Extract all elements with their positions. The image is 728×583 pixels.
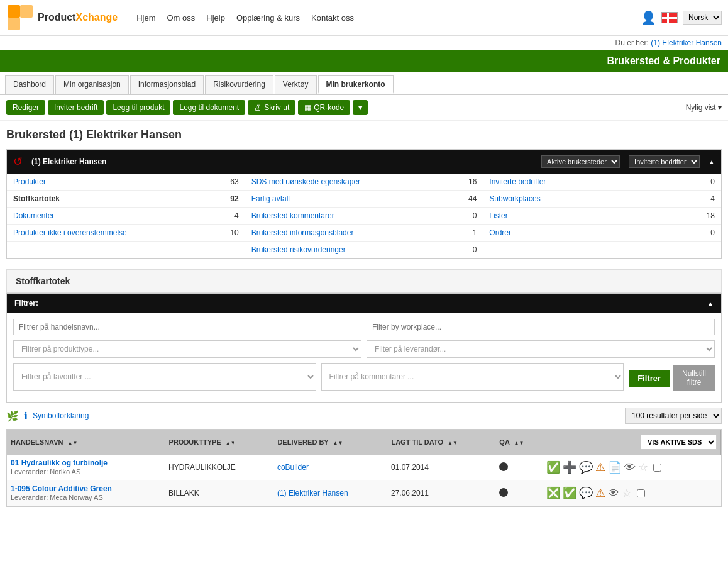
sort-dato[interactable]: ▲▼ xyxy=(448,441,458,446)
sort-produkttype[interactable]: ▲▼ xyxy=(226,441,236,446)
nav-opplaering[interactable]: Opplæring & kurs xyxy=(236,13,300,23)
symbolforklaring-link[interactable]: Symbolforklaring xyxy=(33,411,89,420)
refresh-icon[interactable]: ↺ xyxy=(13,155,23,169)
add-product-button[interactable]: Legg til produkt xyxy=(106,100,170,115)
comments-filter[interactable]: Filtrer på kommentarer ... xyxy=(321,363,624,391)
filter-button[interactable]: Filtrer xyxy=(629,370,670,387)
sds-warning2-icon[interactable]: ⚠ xyxy=(595,486,605,500)
infoblader-link[interactable]: Brukersted informasjonsblader xyxy=(251,228,354,237)
tab-risikovurdering[interactable]: Risikovurdering xyxy=(205,75,273,94)
recently-viewed[interactable]: Nylig vist ▾ xyxy=(686,103,722,112)
invite-button[interactable]: Inviter bedrift xyxy=(48,100,104,115)
product-link-2[interactable]: 1-095 Colour Additive Green xyxy=(11,484,112,493)
inviterte-link[interactable]: Inviterte bedrifter xyxy=(489,177,546,186)
cell-produkttype-1: HYDRAULIKKOLJE xyxy=(165,455,273,480)
info-icon: ℹ xyxy=(24,410,28,422)
location-label: Du er her: xyxy=(615,38,649,47)
tab-min-organisasjon[interactable]: Min organisasjon xyxy=(55,75,129,94)
invited-companies-select[interactable]: Inviterte bedrifter xyxy=(629,155,700,168)
tab-verktoy[interactable]: Verktøy xyxy=(275,75,317,94)
green-title-bar: Brukersted & Produkter xyxy=(0,50,728,72)
trade-name-filter[interactable] xyxy=(13,319,361,335)
active-workplaces-select[interactable]: Aktive brukersteder xyxy=(541,155,620,168)
row-checkbox-2[interactable] xyxy=(637,489,645,497)
location-link[interactable]: (1) Elektriker Hansen xyxy=(651,38,722,47)
sds-add-icon[interactable]: ➕ xyxy=(563,460,576,474)
tab-informasjonsblad[interactable]: Informasjonsblad xyxy=(130,75,204,94)
sds-check2-icon[interactable]: ✅ xyxy=(563,486,576,500)
sds-comment-icon[interactable]: 💬 xyxy=(579,460,593,474)
stats-header: ↺ (1) Elektriker Hansen Aktive brukerste… xyxy=(7,150,721,174)
star-icon[interactable]: ☆ xyxy=(638,460,648,474)
sort-delivered-by[interactable]: ▲▼ xyxy=(333,441,343,446)
nav-kontakt[interactable]: Kontakt oss xyxy=(311,13,354,23)
produkter-link[interactable]: Produkter xyxy=(13,177,46,186)
user-icon: 👤 xyxy=(641,10,656,25)
tab-dashbord[interactable]: Dashbord xyxy=(5,75,54,94)
sort-qa[interactable]: ▲▼ xyxy=(514,441,524,446)
product-link-1[interactable]: 01 Hydraulikk og turbinolje xyxy=(11,458,108,467)
filter-header-label: Filtrer: xyxy=(14,299,38,308)
farlig-link[interactable]: Farlig avfall xyxy=(251,194,290,203)
tab-min-brukerkonto[interactable]: Min brukerkonto xyxy=(318,75,394,94)
stats-cell-ikke-overenstemmelse: Produkter ikke i overenstemmelse 10 xyxy=(7,225,245,242)
edit-button[interactable]: Rediger xyxy=(6,100,45,115)
kommentarer-link[interactable]: Brukersted kommentarer xyxy=(251,211,334,220)
stats-collapse-icon[interactable] xyxy=(709,157,715,166)
sds-check-icon[interactable]: ✅ xyxy=(546,460,560,474)
workplace-filter[interactable] xyxy=(367,319,715,335)
dokumenter-link[interactable]: Dokumenter xyxy=(13,211,54,220)
delivered-link-1[interactable]: coBuilder xyxy=(277,463,309,472)
product-table-container: HANDELSNAVN ▲▼ PRODUKTTYPE ▲▼ DELIVERED … xyxy=(6,429,722,507)
favorites-filter[interactable]: Filtrer på favoritter ... xyxy=(13,363,316,391)
cell-delivered-1: coBuilder xyxy=(273,455,387,480)
language-select[interactable]: Norsk xyxy=(683,11,722,25)
print-button[interactable]: 🖨 Skriv ut xyxy=(248,100,295,115)
ordrer-link[interactable]: Ordrer xyxy=(489,228,511,237)
stats-cell-empty-2 xyxy=(483,242,721,258)
add-document-button[interactable]: Legg til dokument xyxy=(173,100,245,115)
sds-link[interactable]: SDS med uønskede egenskaper xyxy=(251,177,360,186)
qr-button[interactable]: ▦ QR-kode xyxy=(298,100,350,115)
sds-warning-icon[interactable]: ⚠ xyxy=(595,460,605,474)
filter-collapse-icon[interactable] xyxy=(707,299,714,308)
reset-filter-button[interactable]: Nullstill filtre xyxy=(673,365,715,391)
stats-title: (1) Elektriker Hansen xyxy=(31,157,536,166)
stats-panel: ↺ (1) Elektriker Hansen Aktive brukerste… xyxy=(6,149,722,259)
vis-sds-select[interactable]: VIS AKTIVE SDS xyxy=(641,435,717,450)
stats-cell-subworkplaces: Subworkplaces 4 xyxy=(483,191,721,208)
filter-row-1 xyxy=(13,319,715,335)
qa-circle-2 xyxy=(499,488,508,497)
row-checkbox-1[interactable] xyxy=(653,464,661,472)
star2-icon[interactable]: ☆ xyxy=(622,486,632,500)
svg-rect-1 xyxy=(20,5,33,18)
header: ProductXchange Hjem Om oss Hjelp Opplæri… xyxy=(0,0,728,36)
cell-produkttype-2: BILLAKK xyxy=(165,480,273,506)
action-icons-1: ✅ ➕ 💬 ⚠ 📄 👁 ☆ xyxy=(546,460,717,474)
qr-dropdown-button[interactable]: ▼ xyxy=(353,100,368,115)
nav-hjem[interactable]: Hjem xyxy=(136,13,155,23)
view-icon[interactable]: 👁 xyxy=(624,461,636,474)
table-row: 1-095 Colour Additive Green Leverandør: … xyxy=(7,480,721,506)
stats-cell-inviterte: Inviterte bedrifter 0 xyxy=(483,174,721,191)
nav-omoss[interactable]: Om oss xyxy=(167,13,195,23)
risikovurderinger-link[interactable]: Brukersted risikovurderinger xyxy=(251,245,346,254)
sort-handelsnavn[interactable]: ▲▼ xyxy=(68,441,78,446)
results-per-page-select[interactable]: 100 resultater per side xyxy=(625,408,722,424)
nav-hjelp[interactable]: Hjelp xyxy=(206,13,225,23)
lister-link[interactable]: Lister xyxy=(489,211,507,220)
subworkplaces-link[interactable]: Subworkplaces xyxy=(489,194,540,203)
view2-icon[interactable]: 👁 xyxy=(608,487,619,500)
ikke-overenstemmelse-link[interactable]: Produkter ikke i overenstemmelse xyxy=(13,228,127,237)
stats-cell-infoblader: Brukersted informasjonsblader 1 xyxy=(245,225,483,242)
sds-doc-icon[interactable]: 📄 xyxy=(608,460,622,474)
delivered-link-2[interactable]: (1) Elektriker Hansen xyxy=(277,489,348,497)
table-row: 01 Hydraulikk og turbinolje Leverandør: … xyxy=(7,455,721,480)
sds-x-icon[interactable]: ❎ xyxy=(546,486,560,500)
filter-header: Filtrer: xyxy=(7,294,721,313)
qa-circle-1 xyxy=(499,462,508,471)
sds-comment2-icon[interactable]: 💬 xyxy=(579,486,593,500)
norway-flag xyxy=(661,12,678,23)
supplier-filter[interactable]: Filter på leverandør... xyxy=(367,340,715,358)
product-type-filter[interactable]: Filtrer på produkttype... xyxy=(13,340,361,358)
